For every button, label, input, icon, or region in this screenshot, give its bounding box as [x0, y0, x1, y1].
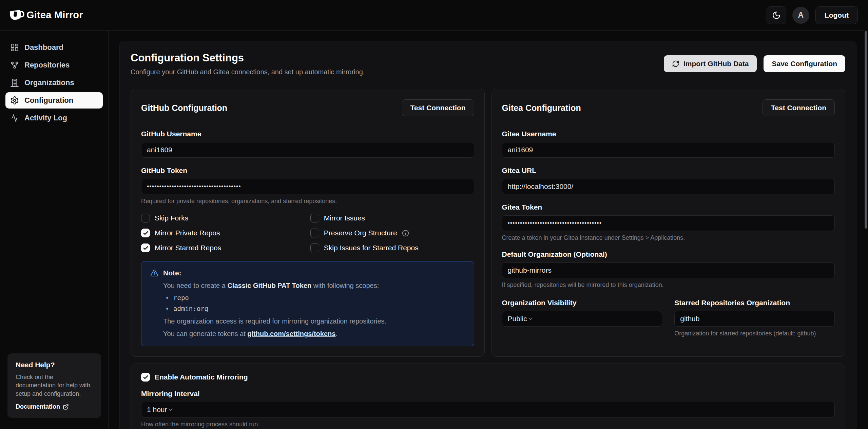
checkbox-mirror-starred-repos[interactable]: Mirror Starred Repos	[141, 243, 305, 252]
checkbox-label: Skip Forks	[155, 214, 188, 222]
github-username-label: GitHub Username	[141, 130, 474, 138]
default-organization-helper: If specified, repositories will be mirro…	[502, 281, 835, 289]
sidebar-item-label: Dashboard	[24, 43, 63, 52]
gitea-token-input[interactable]	[502, 215, 835, 231]
checkbox-preserve-org-structure[interactable]: Preserve Org Structure	[310, 229, 474, 237]
sidebar-item-organizations[interactable]: Organizations	[5, 75, 103, 91]
gitea-username-label: Gitea Username	[502, 130, 835, 138]
gitea-url-input[interactable]	[502, 179, 835, 194]
note-line-1: You need to create a Classic GitHub PAT …	[163, 282, 465, 290]
import-github-data-button[interactable]: Import GitHub Data	[664, 55, 757, 72]
gitea-card-title: Gitea Configuration	[502, 103, 581, 113]
scope-item: •admin:org	[165, 305, 465, 313]
help-card: Need Help? Check out the documentation f…	[7, 353, 101, 418]
sidebar-item-label: Repositories	[24, 61, 70, 70]
checkbox-box	[141, 373, 150, 382]
gitea-test-connection-button[interactable]: Test Connection	[763, 99, 835, 116]
repositories-icon	[10, 61, 19, 70]
save-configuration-button[interactable]: Save Configuration	[764, 55, 845, 72]
brand-name: Gitea Mirror	[26, 9, 83, 21]
scope-name: admin:org	[173, 305, 208, 312]
default-organization-label: Default Organization (Optional)	[502, 250, 835, 258]
gitea-url-label: Gitea URL	[502, 167, 835, 175]
gitea-configuration-card: Gitea Configuration Test Connection Gite…	[491, 89, 846, 357]
gitea-token-helper: Create a token in your Gitea instance un…	[502, 234, 835, 241]
note-line-2: The organization access is required for …	[163, 317, 465, 325]
page-subtitle: Configure your GitHub and Gitea connecti…	[131, 68, 365, 76]
checkbox-mirror-private-repos[interactable]: Mirror Private Repos	[141, 229, 305, 237]
checkbox-label: Mirror Private Repos	[155, 229, 220, 237]
chevron-down-icon	[167, 406, 174, 413]
scope-list: •repo•admin:org	[163, 294, 465, 313]
vertical-scrollbar-thumb[interactable]	[865, 31, 867, 229]
checkbox-label: Mirror Starred Repos	[155, 244, 221, 252]
organizations-icon	[10, 78, 19, 87]
github-token-label: GitHub Token	[141, 167, 474, 175]
info-icon[interactable]	[402, 230, 409, 237]
configuration-panel: Configuration Settings Configure your Gi…	[119, 41, 856, 429]
sidebar-nav: DashboardRepositoriesOrganizationsConfig…	[0, 39, 108, 126]
avatar[interactable]: A	[792, 7, 809, 24]
bullet-icon: •	[165, 305, 169, 313]
sidebar-item-label: Configuration	[24, 96, 73, 105]
sidebar-item-dashboard[interactable]: Dashboard	[5, 39, 103, 56]
note-title: Note:	[163, 269, 181, 277]
checkbox-box	[141, 243, 150, 252]
enable-automatic-mirroring-label: Enable Automatic Mirroring	[155, 373, 248, 381]
sidebar-item-repositories[interactable]: Repositories	[5, 57, 103, 73]
mirroring-interval-label: Mirroring Interval	[141, 390, 835, 398]
alert-triangle-icon	[150, 269, 158, 277]
github-note-box: Note: You need to create a Classic GitHu…	[141, 261, 474, 346]
organization-visibility-select[interactable]: Public	[502, 311, 662, 327]
theme-toggle-button[interactable]	[767, 6, 786, 24]
mirroring-interval-value: 1 hour	[147, 406, 167, 414]
organization-visibility-value: Public	[508, 315, 527, 323]
sidebar-item-label: Activity Log	[24, 114, 67, 122]
mirroring-interval-select[interactable]: 1 hour	[141, 402, 835, 417]
github-options-grid: Skip ForksMirror IssuesMirror Private Re…	[141, 214, 474, 252]
github-username-input[interactable]	[141, 142, 474, 158]
gitea-token-label: Gitea Token	[502, 203, 835, 211]
note-line-3: You can generate tokens at github.com/se…	[163, 330, 465, 338]
checkbox-box	[141, 229, 150, 237]
checkbox-mirror-issues[interactable]: Mirror Issues	[310, 214, 474, 222]
sidebar: DashboardRepositoriesOrganizationsConfig…	[0, 31, 109, 429]
default-organization-input[interactable]	[502, 262, 835, 278]
page-title: Configuration Settings	[131, 52, 365, 64]
brand-link[interactable]: Gitea Mirror	[10, 9, 83, 21]
automatic-mirroring-card: Enable Automatic Mirroring Mirroring Int…	[131, 364, 845, 429]
refresh-icon	[672, 60, 679, 67]
tokens-settings-link[interactable]: github.com/settings/tokens	[247, 330, 335, 337]
organization-visibility-label: Organization Visibility	[502, 299, 662, 307]
top-navbar: Gitea Mirror A Logout	[0, 0, 868, 31]
scope-item: •repo	[165, 294, 465, 302]
github-token-input[interactable]	[141, 179, 474, 194]
documentation-link[interactable]: Documentation	[16, 403, 93, 410]
starred-repositories-organization-input[interactable]	[674, 311, 835, 327]
checkbox-label: Mirror Issues	[324, 214, 365, 222]
gitea-username-input[interactable]	[502, 142, 835, 158]
activity-log-icon	[10, 114, 19, 122]
avatar-initial: A	[798, 11, 804, 20]
github-test-connection-button[interactable]: Test Connection	[402, 99, 474, 116]
bullet-icon: •	[165, 294, 169, 302]
main-content: Configuration Settings Configure your Gi…	[109, 31, 868, 429]
external-link-icon	[63, 404, 69, 410]
sidebar-item-activity-log[interactable]: Activity Log	[5, 110, 103, 126]
starred-repositories-organization-label: Starred Repositories Organization	[674, 299, 835, 307]
checkbox-box	[310, 229, 319, 237]
moon-icon	[772, 11, 781, 20]
help-title: Need Help?	[16, 361, 93, 369]
dashboard-icon	[10, 43, 19, 52]
checkbox-box	[310, 214, 319, 222]
logout-button[interactable]: Logout	[815, 6, 858, 24]
starred-organization-helper: Organization for starred repositories (d…	[674, 330, 835, 337]
import-button-label: Import GitHub Data	[683, 60, 749, 68]
checkbox-skip-issues-for-starred-repos[interactable]: Skip Issues for Starred Repos	[310, 243, 474, 252]
mirroring-interval-helper: How often the mirroring process should r…	[141, 421, 835, 428]
checkbox-skip-forks[interactable]: Skip Forks	[141, 214, 305, 222]
sidebar-item-configuration[interactable]: Configuration	[5, 92, 103, 109]
enable-automatic-mirroring-checkbox[interactable]: Enable Automatic Mirroring	[141, 373, 835, 382]
github-configuration-card: GitHub Configuration Test Connection Git…	[131, 89, 485, 357]
configuration-icon	[10, 96, 19, 105]
